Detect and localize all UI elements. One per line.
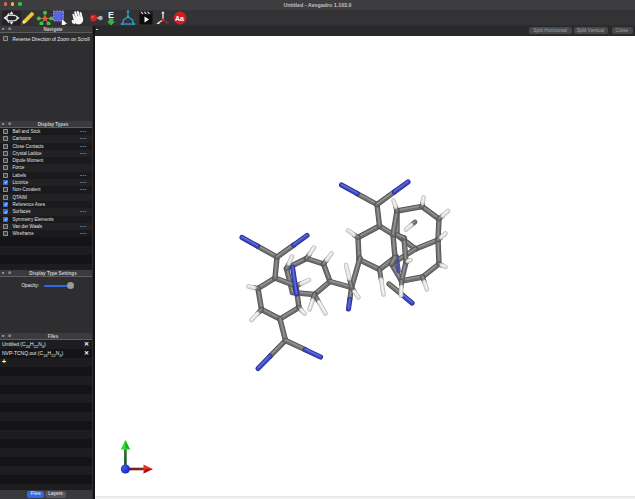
svg-text:Aa: Aa <box>175 15 184 22</box>
svg-text:E: E <box>108 10 114 20</box>
